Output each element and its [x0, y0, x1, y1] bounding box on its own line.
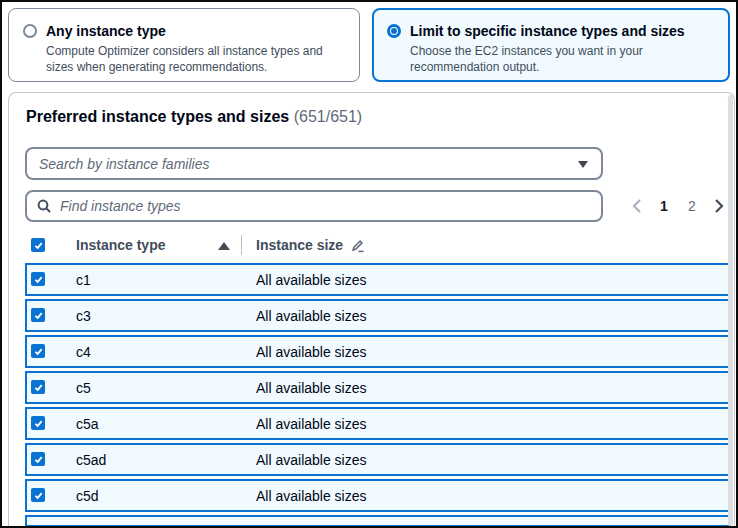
row-instance-type: c5 [76, 380, 91, 396]
instance-types-table: Instance type Instance size c1 All avail… [25, 229, 731, 527]
panel-title: Preferred instance types and sizes (651/… [26, 106, 362, 128]
pagination: 1 2 [628, 190, 728, 222]
previous-page-button[interactable] [628, 196, 646, 216]
tile-text: Any instance type Compute Optimizer cons… [46, 21, 347, 75]
tile-title: Any instance type [46, 21, 347, 41]
check-icon [33, 310, 44, 321]
instance-type-mode-tiles: Any instance type Compute Optimizer cons… [8, 8, 730, 82]
page-button-1[interactable]: 1 [654, 196, 674, 216]
table-row[interactable]: c1 All available sizes [25, 263, 731, 296]
search-icon [36, 198, 52, 218]
table-header: Instance type Instance size [25, 229, 731, 261]
panel-title-count: (651/651) [294, 108, 363, 125]
radio-checked-icon[interactable] [387, 24, 401, 38]
row-instance-type: c5ad [76, 452, 106, 468]
instance-search [25, 190, 603, 222]
table-row[interactable]: c5ad All available sizes [25, 443, 731, 476]
row-instance-size: All available sizes [256, 488, 367, 504]
edit-pencil-icon[interactable] [350, 238, 365, 253]
column-header-instance-size: Instance size [256, 237, 343, 253]
row-instance-type: c4 [76, 344, 91, 360]
table-row[interactable]: c4 All available sizes [25, 335, 731, 368]
tile-limit-specific-types[interactable]: Limit to specific instance types and siz… [372, 8, 730, 82]
row-instance-size: All available sizes [256, 452, 367, 468]
panel-title-text: Preferred instance types and sizes [26, 108, 289, 125]
row-checkbox[interactable] [31, 344, 45, 358]
check-icon [33, 418, 44, 429]
instance-family-select[interactable] [25, 147, 603, 180]
next-page-button[interactable] [710, 196, 728, 216]
row-checkbox[interactable] [31, 272, 45, 286]
panel-scrollbar[interactable] [728, 95, 733, 526]
row-instance-size: All available sizes [256, 272, 367, 288]
instance-family-select-input[interactable] [27, 149, 601, 178]
table-row[interactable]: c5d All available sizes [25, 479, 731, 512]
tile-title: Limit to specific instance types and siz… [410, 21, 716, 41]
check-icon [33, 274, 44, 285]
row-instance-size: All available sizes [256, 380, 367, 396]
column-divider [241, 235, 242, 255]
row-instance-size: All available sizes [256, 344, 367, 360]
tile-description: Compute Optimizer considers all instance… [46, 43, 347, 75]
table-row[interactable]: c5 All available sizes [25, 371, 731, 404]
row-instance-size: All available sizes [256, 416, 367, 432]
check-icon [33, 346, 44, 357]
tile-any-instance-type[interactable]: Any instance type Compute Optimizer cons… [8, 8, 360, 82]
tile-text: Limit to specific instance types and siz… [410, 21, 716, 75]
table-row-partial [25, 515, 731, 527]
table-row[interactable]: c5a All available sizes [25, 407, 731, 440]
row-checkbox[interactable] [31, 380, 45, 394]
row-checkbox[interactable] [31, 416, 45, 430]
check-icon [33, 490, 44, 501]
row-instance-type: c3 [76, 308, 91, 324]
chevron-down-icon [578, 161, 588, 168]
search-input[interactable] [27, 192, 601, 220]
row-instance-type: c1 [76, 272, 91, 288]
page-button-2[interactable]: 2 [682, 196, 702, 216]
row-checkbox[interactable] [31, 308, 45, 322]
row-instance-type: c5a [76, 416, 99, 432]
tile-description: Choose the EC2 instances you want in you… [410, 43, 716, 75]
chevron-left-icon [632, 198, 642, 214]
table-body: c1 All available sizes c3 All available … [25, 263, 731, 512]
chevron-right-icon [714, 198, 724, 214]
row-instance-type: c5d [76, 488, 99, 504]
select-all-checkbox[interactable] [31, 238, 45, 252]
table-row[interactable]: c3 All available sizes [25, 299, 731, 332]
radio-unchecked-icon[interactable] [23, 24, 37, 38]
column-header-instance-size-wrap[interactable]: Instance size [256, 237, 365, 253]
preferred-instances-panel: Preferred instance types and sizes (651/… [8, 92, 735, 526]
row-instance-size: All available sizes [256, 308, 367, 324]
row-checkbox[interactable] [31, 488, 45, 502]
check-icon [33, 382, 44, 393]
column-header-instance-type[interactable]: Instance type [76, 237, 165, 253]
check-icon [33, 454, 44, 465]
row-checkbox[interactable] [31, 452, 45, 466]
check-icon [33, 240, 44, 251]
sort-ascending-icon[interactable] [218, 242, 230, 250]
